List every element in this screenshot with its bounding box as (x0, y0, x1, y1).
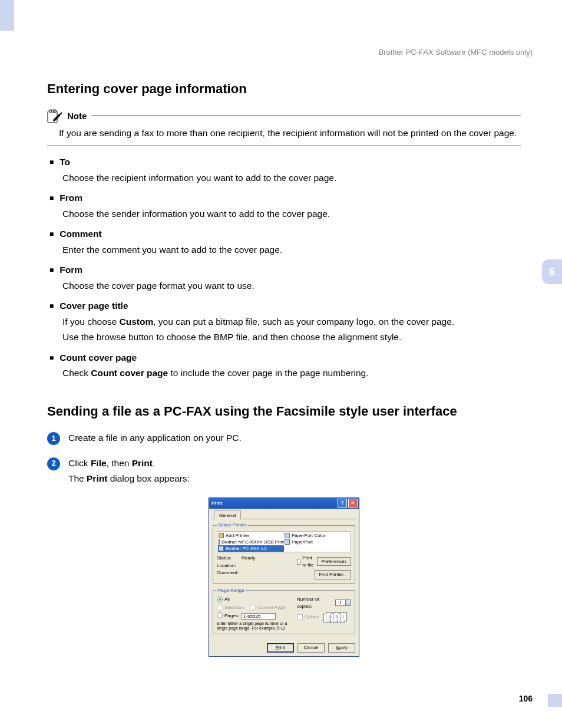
dialog-titlebar: Print ? ✕ (209, 498, 359, 509)
step-marker-2: 2 (47, 457, 60, 470)
note-rule-top (91, 116, 521, 116)
page-decoration-top (0, 0, 14, 31)
printer-add[interactable]: Add Printer (218, 532, 284, 539)
page-number: 106 (519, 693, 533, 704)
step-2: 2 Click File, then Print. The Print dial… (47, 457, 521, 488)
print-dialog: Print ? ✕ General Select Printer Add Pri… (209, 498, 359, 657)
note-body: If you are sending a fax to more than on… (47, 123, 521, 146)
apply-button[interactable]: Apply (328, 643, 355, 653)
printer-paperport[interactable]: PaperPort (284, 539, 350, 545)
printer-status: Status:Ready Location: Comment: (217, 555, 293, 579)
tab-general[interactable]: General (214, 510, 241, 520)
bullet-icon: ■ (49, 195, 54, 202)
svg-rect-2 (52, 110, 54, 113)
select-printer-legend: Select Printer (217, 522, 247, 529)
cover-options-list: ■To Choose the recipient information you… (47, 156, 521, 387)
printer-icon (219, 546, 224, 551)
preferences-button[interactable]: Preferences (317, 557, 351, 566)
chapter-tab: 6 (542, 259, 562, 284)
section-title-cover-info: Entering cover page information (47, 80, 521, 98)
svg-rect-3 (54, 110, 56, 113)
bullet-icon: ■ (49, 159, 54, 166)
page-range-legend: Page Range (217, 587, 245, 594)
page-decoration-bottom (548, 694, 562, 707)
printer-paperport-color[interactable]: PaperPort Color (284, 532, 350, 539)
printer-icon (219, 539, 220, 545)
print-button[interactable]: Print (267, 643, 294, 653)
spinner-buttons[interactable] (346, 599, 351, 606)
dialog-screenshot: Print ? ✕ General Select Printer Add Pri… (47, 498, 521, 657)
folder-icon (219, 533, 224, 538)
item-comment: ■Comment Enter the comment you want to a… (49, 228, 521, 263)
radio-all[interactable]: All (217, 596, 293, 603)
copies-spinner[interactable]: 1 (335, 599, 351, 606)
dialog-footer: Print Cancel Apply (209, 641, 359, 656)
print-to-file-checkbox[interactable]: Print to file (297, 555, 315, 568)
pages-input[interactable]: 1-65535 (242, 613, 276, 620)
printer-icon (285, 539, 290, 545)
pages-hint: Enter either a single page number or a s… (217, 621, 293, 630)
steps-list: 1 Create a file in any application on yo… (47, 431, 521, 487)
find-printer-button[interactable]: Find Printer... (315, 570, 351, 579)
item-to: ■To Choose the recipient information you… (49, 156, 521, 192)
printer-list[interactable]: Add Printer PaperPort Color Brother MFC-… (217, 531, 351, 552)
select-printer-group: Select Printer Add Printer PaperPort Col… (213, 522, 355, 583)
collate-checkbox: Collate 1 1 2 2 3 3 (297, 612, 351, 622)
item-cover-page-title: ■Cover page title If you choose Custom, … (49, 299, 521, 351)
item-form: ■Form Choose the cover page format you w… (49, 263, 521, 299)
bullet-icon: ■ (49, 302, 54, 309)
close-button[interactable]: ✕ (348, 499, 358, 508)
step-1: 1 Create a file in any application on yo… (47, 431, 521, 447)
step-marker-1: 1 (47, 432, 60, 445)
svg-rect-1 (49, 110, 51, 113)
tab-strip: General (211, 510, 356, 520)
page-range-group: Page Range All Selection Current Page Pa… (213, 587, 355, 635)
note-label: Note (67, 110, 87, 123)
item-from: ■From Choose the sender information you … (49, 192, 521, 228)
page-content: Entering cover page information Note If … (47, 0, 521, 657)
document-page: Brother PC-FAX Software (MFC models only… (0, 0, 562, 728)
item-count-cover-page: ■Count cover page Check Count cover page… (49, 351, 521, 387)
copies-label: Number of copies: (297, 596, 333, 610)
radio-current-page: Current Page (250, 604, 286, 611)
print-button-rest: rint (279, 645, 285, 650)
printer-brother-mfc[interactable]: Brother MFC-XXXX USB Printer (218, 539, 284, 545)
collate-icon: 1 1 2 2 3 3 (323, 612, 345, 622)
radio-pages[interactable]: Pages: (217, 612, 239, 620)
radio-selection: Selection (217, 604, 244, 611)
section-title-sending-file: Sending a file as a PC-FAX using the Fac… (47, 402, 521, 421)
bullet-icon: ■ (49, 266, 54, 274)
printer-brother-pcfax[interactable]: Brother PC-FAX v.2 (218, 545, 284, 552)
note-icon (47, 109, 62, 123)
cancel-button[interactable]: Cancel (297, 643, 325, 653)
bullet-icon: ■ (49, 230, 54, 238)
page-header: Brother PC-FAX Software (MFC models only… (378, 47, 533, 58)
help-button[interactable]: ? (338, 499, 347, 508)
note-rule-bottom (47, 146, 521, 146)
bullet-icon: ■ (49, 354, 54, 361)
dialog-title: Print (211, 500, 222, 507)
printer-icon (285, 533, 290, 538)
note-block: Note If you are sending a fax to more th… (47, 109, 521, 146)
